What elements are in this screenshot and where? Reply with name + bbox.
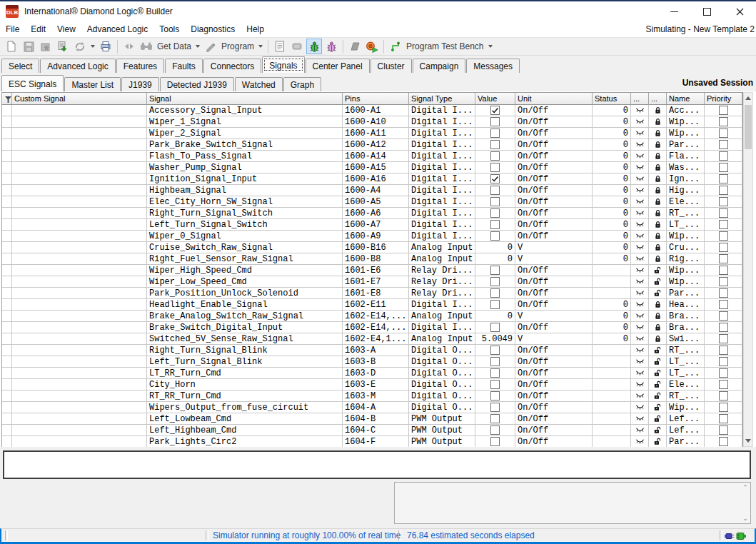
cell-priority[interactable] (705, 105, 742, 116)
cell-lock[interactable] (649, 288, 667, 299)
table-row[interactable]: Cruise_Switch_Raw_Signal1600-B16Analog I… (2, 242, 742, 253)
cell-custom-signal[interactable] (12, 379, 147, 391)
header-unit[interactable]: Unit (515, 93, 593, 105)
priority-checkbox[interactable] (719, 140, 728, 149)
tab-esc-signals[interactable]: ESC Signals (1, 75, 64, 91)
priority-checkbox[interactable] (719, 414, 728, 423)
cell-watch[interactable] (631, 162, 649, 173)
cell-priority[interactable] (705, 208, 742, 219)
priority-checkbox[interactable] (719, 174, 728, 183)
header-priority[interactable]: Priority (705, 93, 742, 105)
table-row[interactable]: Right_Fuel_Sensor_Raw_Signal1600-B8Analo… (2, 253, 742, 265)
cell-lock[interactable] (649, 173, 667, 185)
value-checkbox[interactable] (490, 346, 500, 355)
tab-features[interactable]: Features (116, 59, 164, 73)
cell-value[interactable] (475, 208, 515, 219)
value-checkbox[interactable] (490, 391, 500, 401)
cell-lock[interactable] (649, 128, 667, 139)
cell-value[interactable] (475, 288, 515, 299)
priority-checkbox[interactable] (719, 346, 728, 355)
cell-lock[interactable] (649, 413, 667, 425)
run-simulation-button[interactable] (364, 39, 380, 54)
value-checkbox[interactable] (490, 414, 500, 423)
table-row[interactable]: Elec_City_Horn_SW_Signal1600-A5Digital I… (2, 196, 742, 208)
cell-priority[interactable] (705, 299, 742, 311)
cell-watch[interactable] (631, 333, 649, 345)
cell-priority[interactable] (705, 231, 742, 242)
table-row[interactable]: Brake_Switch_Digital_Input1602-E14,...Di… (2, 322, 742, 333)
get-data-button[interactable] (138, 39, 154, 54)
cell-watch[interactable] (631, 253, 649, 265)
table-row[interactable]: Left_Turn_Signal_Blink1603-BDigital O...… (2, 356, 742, 368)
cell-value[interactable] (475, 128, 515, 139)
program-test-bench-button[interactable] (388, 39, 403, 54)
cell-custom-signal[interactable] (12, 391, 147, 402)
cell-priority[interactable] (705, 128, 742, 139)
cell-priority[interactable] (705, 276, 742, 288)
cell-value[interactable] (475, 219, 515, 231)
menu-view[interactable]: View (51, 22, 81, 36)
maximize-button[interactable] (690, 1, 723, 21)
table-row[interactable]: Park_Lights_Circ21604-FPWM OutputOn/OffP… (2, 436, 742, 448)
tab-detected-j1939[interactable]: Detected J1939 (160, 77, 234, 91)
value-checkbox[interactable] (490, 231, 500, 241)
view-report-button[interactable] (272, 39, 288, 54)
cell-priority[interactable] (705, 139, 742, 151)
cell-value[interactable] (475, 139, 515, 151)
cell-watch[interactable] (631, 288, 649, 299)
table-row[interactable]: Wiper_Low_Speed_Cmd1601-E7Relay Dri...On… (2, 276, 742, 288)
test-bench-label[interactable]: Program Test Bench (406, 41, 484, 51)
cell-lock[interactable] (649, 276, 667, 288)
cell-lock[interactable] (649, 162, 667, 173)
print-button[interactable] (98, 39, 114, 54)
program-button[interactable] (203, 39, 218, 54)
table-row[interactable]: Park_Position_Unlock_Solenoid1601-E8Rela… (2, 288, 742, 299)
cell-value[interactable] (475, 425, 515, 436)
cell-value[interactable] (475, 105, 515, 116)
value-checkbox[interactable] (490, 357, 500, 366)
cell-custom-signal[interactable] (12, 276, 147, 288)
cell-custom-signal[interactable] (12, 299, 147, 311)
filter-header-cell[interactable] (2, 93, 12, 105)
value-checkbox[interactable] (490, 425, 500, 435)
cell-watch[interactable] (631, 356, 649, 368)
cell-value[interactable] (475, 299, 515, 311)
table-row[interactable]: Flash_To_Pass_Signal1600-A14Digital I...… (2, 151, 742, 162)
refresh-dropdown-caret[interactable] (91, 45, 95, 48)
cell-value[interactable] (475, 151, 515, 162)
get-data-label[interactable]: Get Data (157, 41, 191, 51)
cell-priority[interactable] (705, 345, 742, 356)
cell-custom-signal[interactable] (12, 425, 147, 436)
priority-checkbox[interactable] (719, 197, 728, 206)
menu-help[interactable]: Help (241, 22, 270, 36)
table-row[interactable]: Wipers_Output_from_fuse_circuit1604-ADig… (2, 402, 742, 413)
cell-priority[interactable] (705, 162, 742, 173)
priority-checkbox[interactable] (719, 266, 728, 275)
new-document-button[interactable] (4, 39, 19, 54)
save-as-button[interactable] (38, 39, 54, 54)
cell-value[interactable] (475, 173, 515, 185)
cell-priority[interactable] (705, 288, 742, 299)
cell-watch[interactable] (631, 322, 649, 333)
priority-checkbox[interactable] (719, 186, 728, 195)
program-label[interactable]: Program (221, 41, 254, 51)
debug-button[interactable] (323, 39, 339, 54)
cell-lock[interactable] (649, 139, 667, 151)
table-row[interactable]: RT_RR_Turn_Cmd1603-MDigital O...On/OffRT… (2, 391, 742, 402)
cell-value[interactable] (475, 356, 515, 368)
cell-priority[interactable] (705, 242, 742, 253)
scroll-up-button[interactable] (744, 93, 752, 104)
priority-checkbox[interactable] (719, 380, 728, 389)
test-bench-dropdown-caret[interactable] (488, 45, 493, 48)
cell-priority[interactable] (705, 356, 742, 368)
cell-priority[interactable] (705, 413, 742, 425)
value-checkbox[interactable] (490, 163, 500, 172)
cell-custom-signal[interactable] (12, 105, 147, 116)
table-row[interactable]: Left_Lowbeam_Cmd1604-BPWM OutputOn/OffLe… (2, 413, 742, 425)
close-button[interactable] (723, 1, 756, 21)
cell-custom-signal[interactable] (12, 288, 147, 299)
erase-button[interactable] (347, 39, 363, 54)
priority-checkbox[interactable] (719, 277, 728, 286)
simulate-button[interactable] (306, 39, 322, 54)
priority-checkbox[interactable] (719, 403, 728, 412)
